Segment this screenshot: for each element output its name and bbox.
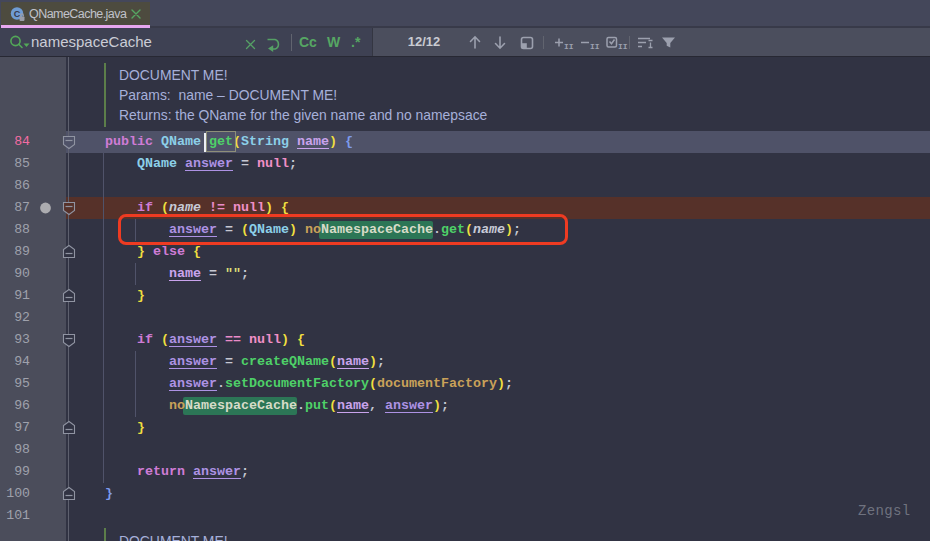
svg-text:II: II [590,42,600,50]
svg-text:II: II [618,42,628,50]
svg-text:II: II [564,42,574,50]
